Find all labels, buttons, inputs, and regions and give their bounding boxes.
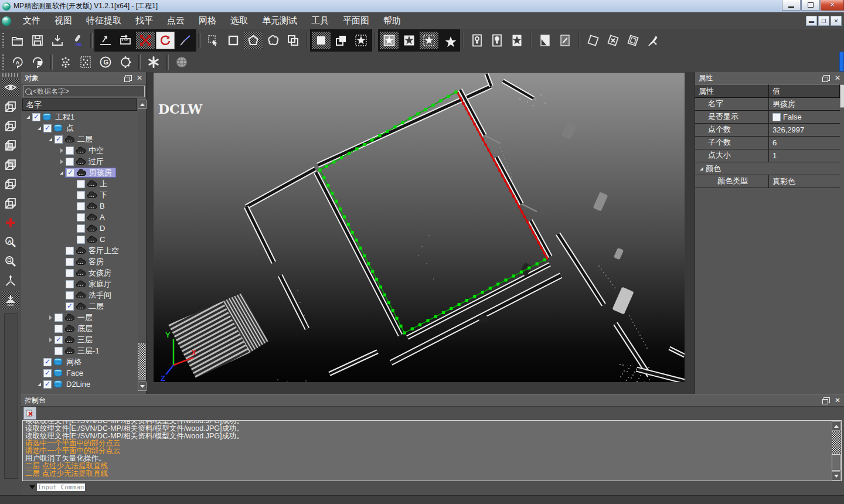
visibility-checkbox[interactable] [77, 191, 85, 199]
float-panel-icon[interactable] [823, 75, 830, 81]
console-scroll-down-button[interactable] [832, 471, 840, 481]
visibility-checkbox[interactable] [66, 258, 74, 266]
property-value[interactable]: 1 [769, 149, 840, 162]
tree-item-下[interactable]: 下 [22, 189, 137, 200]
cube-face-button[interactable] [2, 137, 19, 154]
select-rect-button[interactable] [224, 32, 243, 49]
tree-column-header[interactable]: 名字 [22, 98, 137, 111]
menu-11[interactable]: 帮助 [376, 13, 408, 29]
visibility-checkbox[interactable] [66, 302, 74, 311]
tree-scrollbar-thumb[interactable] [138, 343, 146, 380]
star-dashed-2-button[interactable] [420, 32, 438, 49]
tree-item-家庭厅[interactable]: 家庭厅 [22, 278, 137, 290]
clear-console-button[interactable] [23, 407, 36, 420]
tree-item-D2Line[interactable]: D2Line [22, 379, 137, 390]
menu-1[interactable]: 文件 [16, 13, 47, 29]
zoom-window-button[interactable] [2, 253, 19, 270]
g-circle-button[interactable]: G [96, 53, 115, 71]
tree-item-中空[interactable]: 中空 [22, 145, 137, 156]
expand-icon[interactable] [47, 338, 54, 342]
square-filled-button[interactable] [312, 32, 331, 49]
minimize-button[interactable] [782, 0, 801, 11]
property-value[interactable]: 真彩色 [769, 175, 840, 188]
points-cloud-button[interactable] [56, 53, 75, 71]
property-value[interactable]: 326,2997 [769, 124, 840, 136]
tree-item-D[interactable]: D [22, 223, 137, 234]
tree-item-客房[interactable]: 客房 [22, 256, 137, 267]
doc-restore-button[interactable]: ❐ [818, 16, 829, 26]
collapse-icon[interactable] [700, 167, 703, 171]
select-copy-button[interactable] [284, 32, 302, 49]
cube-wire-4-button[interactable] [2, 195, 19, 212]
tree-item-二层[interactable]: 二层 [22, 301, 137, 312]
properties-scrollbar-thumb[interactable] [840, 84, 844, 108]
toolbar-grip[interactable] [2, 33, 5, 48]
menu-7[interactable]: 选取 [223, 13, 255, 29]
star-dashed-button[interactable] [352, 32, 370, 49]
snowflake-button[interactable] [144, 53, 163, 71]
visibility-checkbox[interactable] [77, 236, 85, 244]
tree-item-一层[interactable]: 一层 [22, 312, 137, 323]
points-box-button[interactable] [76, 53, 95, 71]
tree-item-洗手间[interactable]: 洗手间 [22, 290, 137, 301]
close-panel-icon[interactable]: ✕ [835, 397, 840, 403]
tree-item-过厅[interactable]: 过厅 [22, 156, 137, 167]
visibility-checkbox[interactable] [32, 113, 40, 121]
close-panel-icon[interactable]: ✕ [137, 75, 142, 81]
collapse-icon[interactable] [25, 115, 32, 119]
property-value[interactable]: False [769, 111, 840, 123]
level-tool-button[interactable] [2, 291, 19, 309]
doc-close-button[interactable]: ✕ [831, 16, 842, 26]
close-panel-icon[interactable]: ✕ [835, 75, 840, 81]
circle-points-button[interactable] [116, 53, 135, 71]
visibility-checkbox[interactable] [77, 224, 85, 233]
close-button[interactable]: ✕ [821, 0, 844, 11]
visibility-checkbox[interactable] [43, 124, 52, 132]
page-half-button[interactable] [536, 32, 554, 49]
globe-button[interactable] [172, 53, 191, 71]
open-folder-button[interactable] [8, 32, 27, 49]
move-red-button[interactable] [136, 32, 155, 49]
eye-button[interactable] [2, 79, 19, 96]
star-solid-button[interactable] [440, 32, 458, 49]
tree-item-上[interactable]: 上 [22, 178, 137, 189]
visibility-checkbox[interactable] [66, 247, 74, 255]
select-polygon-button[interactable] [244, 32, 263, 49]
collapse-icon[interactable] [36, 383, 43, 386]
tree-item-C[interactable]: C [22, 234, 137, 245]
star-box-button[interactable] [380, 32, 399, 49]
fit-line-button[interactable] [176, 32, 195, 49]
property-value[interactable]: 男孩房 [769, 98, 840, 110]
axis-3d-button[interactable] [2, 272, 19, 290]
visibility-checkbox[interactable] [77, 202, 85, 210]
plane-rotated-button[interactable] [584, 32, 603, 49]
visibility-checkbox[interactable] [43, 358, 52, 366]
value-checkbox[interactable] [772, 113, 781, 121]
tree-item-女孩房[interactable]: 女孩房 [22, 267, 137, 278]
tree-item-Face[interactable]: Face [22, 367, 137, 379]
import-button[interactable] [48, 32, 67, 49]
page-slash-button[interactable] [556, 32, 574, 49]
tree-scrollbar-track[interactable] [138, 111, 146, 381]
property-row-颜色类型[interactable]: 颜色类型真彩色 [695, 175, 840, 188]
rotate-a-button[interactable]: A [8, 53, 27, 71]
menu-3[interactable]: 特征提取 [79, 13, 128, 29]
tree-item-二层[interactable]: 二层 [22, 134, 137, 145]
menu-2[interactable]: 视图 [47, 13, 79, 29]
select-lasso-button[interactable] [264, 32, 283, 49]
tree-item-客厅上空[interactable]: 客厅上空 [22, 245, 137, 256]
tree-item-网格[interactable]: 网格 [22, 356, 137, 367]
tree-item-点[interactable]: 点 [22, 122, 137, 134]
bulb-box-button[interactable] [468, 32, 486, 49]
visibility-checkbox[interactable] [66, 147, 74, 155]
measure-ruler-button[interactable] [116, 32, 135, 49]
property-row-点个数[interactable]: 点个数326,2997 [695, 124, 840, 137]
rotate-box-button[interactable] [28, 53, 47, 71]
brush-lite-button[interactable]: lite [68, 32, 87, 49]
menu-4[interactable]: 找平 [128, 13, 160, 29]
menu-10[interactable]: 平面图 [336, 13, 376, 29]
float-panel-icon[interactable] [823, 397, 830, 403]
visibility-checkbox[interactable] [66, 269, 74, 277]
tree-item-工程1[interactable]: 工程1 [22, 111, 137, 122]
visibility-checkbox[interactable] [55, 336, 63, 344]
